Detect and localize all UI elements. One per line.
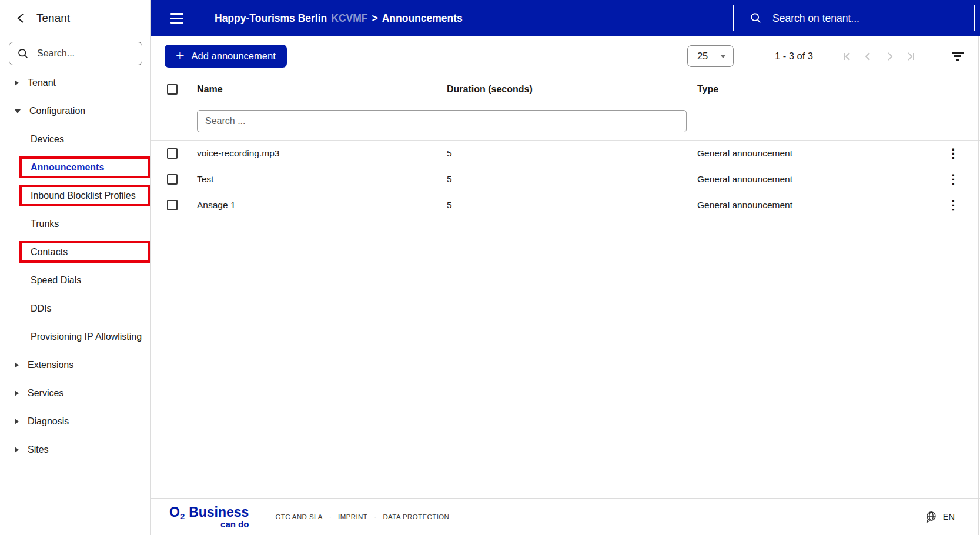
- sidebar: Tenant Tenant Configuration Devices Anno…: [0, 0, 151, 535]
- scroll-edge-divider: [978, 36, 979, 535]
- sidebar-search-box: [9, 42, 142, 65]
- breadcrumb: Happy-Tourisms Berlin KCVMF > Announceme…: [215, 12, 463, 25]
- sidebar-item-label: Devices: [31, 134, 64, 145]
- row-type: General announcement: [697, 174, 947, 185]
- sidebar-item-tenant[interactable]: Tenant: [0, 69, 150, 97]
- page-size-select[interactable]: 25: [687, 45, 734, 67]
- next-page-button[interactable]: [881, 48, 898, 65]
- search-icon: [750, 12, 762, 25]
- footer-link-data-protection[interactable]: DATA PROTECTION: [383, 513, 449, 520]
- page-size-value: 25: [697, 51, 708, 62]
- sidebar-item-contacts[interactable]: Contacts: [0, 238, 150, 266]
- footer-link-gtc[interactable]: GTC AND SLA: [275, 513, 322, 520]
- row-name: Test: [197, 174, 447, 185]
- last-page-button[interactable]: [902, 48, 919, 65]
- row-menu-button[interactable]: ⋮: [947, 199, 959, 211]
- breadcrumb-tenant-code: KCVMF: [331, 12, 367, 25]
- globe-icon: [924, 510, 938, 524]
- sidebar-item-label: Services: [28, 388, 63, 399]
- sidebar-item-trunks[interactable]: Trunks: [0, 210, 150, 238]
- tenant-search-input[interactable]: [772, 12, 974, 25]
- breadcrumb-current-page: Announcements: [382, 12, 463, 25]
- row-type: General announcement: [697, 200, 947, 210]
- row-menu-button[interactable]: ⋮: [947, 147, 959, 159]
- announcements-table: Name Duration (seconds) Type voice-recor…: [151, 76, 980, 218]
- row-checkbox[interactable]: [167, 174, 178, 185]
- select-all-checkbox[interactable]: [167, 84, 178, 95]
- sidebar-item-ddis[interactable]: DDIs: [0, 295, 150, 323]
- sidebar-item-label: DDIs: [31, 303, 52, 314]
- column-header-duration: Duration (seconds): [447, 84, 697, 95]
- sidebar-item-inbound-blocklist-profiles[interactable]: Inbound Blocklist Profiles: [0, 182, 150, 210]
- row-checkbox[interactable]: [167, 200, 178, 210]
- kebab-icon: ⋮: [947, 147, 959, 159]
- sidebar-search-input[interactable]: [37, 48, 136, 59]
- app-window: Tenant Tenant Configuration Devices Anno…: [0, 0, 980, 535]
- prev-page-button[interactable]: [860, 48, 877, 65]
- table-row[interactable]: voice-recording.mp3 5 General announceme…: [151, 141, 980, 166]
- sidebar-item-provisioning-ip-allowlisting[interactable]: Provisioning IP Allowlisting: [0, 323, 150, 351]
- o2-business-logo: O 2 Business can do: [169, 506, 249, 529]
- sidebar-nav: Tenant Configuration Devices Announcemen…: [0, 69, 150, 464]
- filter-button[interactable]: [949, 52, 966, 61]
- sidebar-item-services[interactable]: Services: [0, 379, 150, 407]
- topbar: Happy-Tourisms Berlin KCVMF > Announceme…: [151, 0, 980, 36]
- sidebar-item-configuration[interactable]: Configuration: [0, 97, 150, 125]
- filter-icon: [952, 52, 964, 54]
- last-page-icon: [904, 49, 918, 63]
- main-area: Happy-Tourisms Berlin KCVMF > Announceme…: [151, 0, 980, 535]
- breadcrumb-separator: >: [372, 12, 377, 25]
- chevron-down-icon: [15, 109, 21, 113]
- plus-icon: +: [176, 48, 185, 63]
- row-duration: 5: [447, 174, 697, 185]
- logo-tagline: can do: [169, 520, 249, 529]
- sidebar-item-devices[interactable]: Devices: [0, 125, 150, 153]
- row-type: General announcement: [697, 148, 947, 159]
- footer-link-imprint[interactable]: IMPRINT: [338, 513, 367, 520]
- sidebar-item-label: Diagnosis: [28, 416, 69, 427]
- table-row[interactable]: Ansage 1 5 General announcement ⋮: [151, 192, 980, 218]
- kebab-icon: ⋮: [947, 173, 959, 185]
- chevron-left-icon: [861, 49, 875, 63]
- row-checkbox[interactable]: [167, 148, 178, 159]
- logo-subscript: 2: [180, 513, 185, 520]
- chevron-right-icon: [15, 80, 19, 86]
- row-name: voice-recording.mp3: [197, 148, 447, 159]
- column-header-name: Name: [197, 84, 447, 95]
- add-announcement-label: Add announcement: [192, 51, 276, 62]
- chevron-right-icon: [882, 49, 897, 63]
- pagination-controls: 25 1 - 3 of 3: [687, 45, 980, 67]
- menu-button[interactable]: [170, 13, 183, 24]
- sidebar-item-label: Extensions: [28, 360, 73, 370]
- add-announcement-button[interactable]: + Add announcement: [165, 45, 287, 68]
- row-menu-button[interactable]: ⋮: [947, 173, 959, 185]
- sidebar-item-label: Speed Dials: [31, 275, 81, 286]
- sidebar-item-label: Sites: [28, 444, 49, 455]
- sidebar-item-diagnosis[interactable]: Diagnosis: [0, 407, 150, 436]
- sidebar-item-label: Announcements: [31, 162, 104, 173]
- row-duration: 5: [447, 148, 697, 159]
- table-row[interactable]: Test 5 General announcement ⋮: [151, 166, 980, 192]
- footer-links: GTC AND SLA · IMPRINT · DATA PROTECTION: [275, 513, 449, 520]
- sidebar-item-sites[interactable]: Sites: [0, 436, 150, 464]
- language-selector[interactable]: EN: [924, 510, 955, 524]
- logo-brand: O: [169, 506, 180, 519]
- pager: [839, 48, 919, 65]
- sidebar-item-speed-dials[interactable]: Speed Dials: [0, 266, 150, 295]
- first-page-button[interactable]: [839, 48, 855, 65]
- name-filter-input[interactable]: [197, 110, 687, 132]
- sidebar-item-announcements[interactable]: Announcements: [0, 153, 150, 182]
- sidebar-item-extensions[interactable]: Extensions: [0, 351, 150, 379]
- table-filter-row: [151, 102, 980, 141]
- chevron-left-icon: [16, 12, 26, 24]
- chevron-right-icon: [15, 362, 19, 368]
- sidebar-item-label: Provisioning IP Allowlisting: [31, 332, 142, 342]
- link-separator: ·: [374, 513, 376, 520]
- row-duration: 5: [447, 200, 697, 210]
- back-button[interactable]: [16, 12, 26, 24]
- tenant-search: [733, 5, 975, 31]
- toolbar: + Add announcement 25 1 - 3 of 3: [151, 36, 980, 76]
- sidebar-item-label: Contacts: [31, 247, 68, 258]
- pagination-range: 1 - 3 of 3: [775, 51, 813, 62]
- hamburger-icon: [170, 13, 183, 15]
